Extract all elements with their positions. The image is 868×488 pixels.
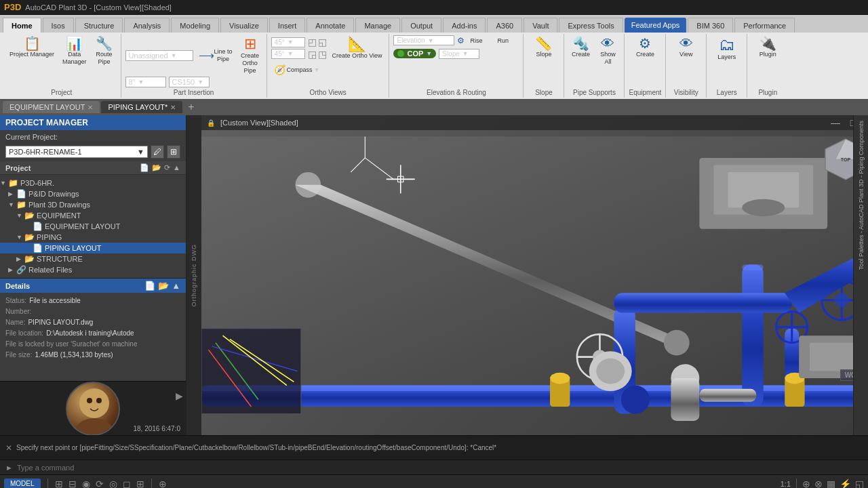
compass-btn[interactable]: 🧭 Compass ▼ bbox=[271, 64, 323, 76]
tree-item-root[interactable]: ▼ 📁 P3D-6HR. bbox=[0, 178, 186, 188]
tree-item-pid[interactable]: ▶ 📄 P&ID Drawings bbox=[0, 188, 186, 199]
tab-performance[interactable]: Performance bbox=[734, 18, 795, 33]
ortho-icon1[interactable]: ◰ bbox=[308, 37, 317, 47]
tab-addins[interactable]: Add-ins bbox=[443, 18, 486, 33]
route-pipe-btn[interactable]: 🔧 RoutePipe bbox=[92, 35, 117, 67]
command-input[interactable] bbox=[17, 464, 863, 472]
tree-toggle-plant3d[interactable]: ▼ bbox=[8, 201, 16, 208]
project-manager-btn[interactable]: 📋 Project Manager bbox=[7, 35, 57, 60]
tree-toggle-related[interactable]: ▶ bbox=[8, 266, 16, 273]
create-ortho-view-btn[interactable]: 📐 Create Ortho View bbox=[330, 35, 385, 61]
expand-panel-arrow[interactable]: ▶ bbox=[176, 390, 183, 401]
details-collapse-icon[interactable]: ▲ bbox=[172, 281, 180, 291]
clean-screen-icon[interactable]: ◱ bbox=[855, 479, 864, 488]
tree-refresh-icon[interactable]: ⟳ bbox=[164, 163, 170, 172]
tab-a360[interactable]: A360 bbox=[487, 18, 522, 33]
tree-item-equipment-folder[interactable]: ▼ 📂 EQUIPMENT bbox=[0, 210, 186, 221]
unassigned-dropdown[interactable]: Unassigned ▼ bbox=[125, 50, 193, 61]
tab-isos[interactable]: Isos bbox=[43, 18, 74, 33]
ortho-icon4[interactable]: ◳ bbox=[318, 49, 327, 60]
tab-vault[interactable]: Vault bbox=[524, 18, 557, 33]
pm-icon-btn1[interactable]: 🖊 bbox=[151, 145, 164, 159]
tree-toggle-pid[interactable]: ▶ bbox=[8, 190, 16, 197]
lineweight-icon[interactable]: ⊞ bbox=[136, 479, 144, 488]
tab-home[interactable]: Home bbox=[3, 18, 41, 33]
ortho-angle2-dropdown[interactable]: 45° ▼ bbox=[271, 49, 305, 59]
tree-item-related[interactable]: ▶ 🔗 Related Files bbox=[0, 264, 186, 275]
viewport[interactable]: 🔒 [Custom View][Shaded] — □ ✕ bbox=[201, 115, 868, 435]
details-new-icon[interactable]: 📄 bbox=[144, 281, 155, 291]
slope-type-dropdown[interactable]: Slope ▼ bbox=[439, 49, 479, 59]
customize-icon[interactable]: ⊕ bbox=[159, 479, 167, 488]
layers-btn[interactable]: 🗂 Layers bbox=[715, 35, 739, 62]
blue-pipe-upper bbox=[614, 293, 791, 313]
otrack-icon[interactable]: ◻ bbox=[123, 479, 131, 488]
hardware-accel-icon[interactable]: ⚡ bbox=[840, 479, 851, 488]
tree-collapse-icon[interactable]: ▲ bbox=[173, 163, 180, 172]
create-support-btn[interactable]: 🔩 Create bbox=[568, 35, 593, 60]
grid-display-icon[interactable]: ⊞ bbox=[55, 479, 63, 488]
tree-toggle-structure-folder[interactable]: ▶ bbox=[16, 256, 24, 262]
tab-analysis[interactable]: Analysis bbox=[124, 18, 170, 33]
slope-main-btn[interactable]: 📏 Slope bbox=[532, 35, 556, 60]
size-dropdown[interactable]: 8" ▼ bbox=[125, 77, 166, 87]
tab-modeling[interactable]: Modeling bbox=[171, 18, 219, 33]
polar-icon[interactable]: ⟳ bbox=[96, 479, 104, 488]
create-ortho-pipe-btn[interactable]: ⊞ CreateOrthoPipe bbox=[238, 35, 262, 75]
doc-tab-equipment-close[interactable]: ✕ bbox=[87, 104, 93, 111]
view-btn[interactable]: 👁 View bbox=[674, 35, 698, 60]
tree-toggle-root[interactable]: ▼ bbox=[0, 180, 8, 186]
elevation-settings-icon[interactable]: ⚙ bbox=[457, 36, 465, 45]
tab-manage[interactable]: Manage bbox=[355, 18, 400, 33]
plot-icon[interactable]: ⊕ bbox=[802, 479, 810, 488]
tab-express[interactable]: Express Tools bbox=[559, 18, 623, 33]
cop-btn[interactable]: COP ▼ bbox=[393, 49, 436, 58]
annotation-icon[interactable]: ⊗ bbox=[814, 479, 823, 488]
workspace-icon[interactable]: ▦ bbox=[827, 479, 835, 488]
model-tab-btn[interactable]: MODEL bbox=[4, 479, 41, 488]
osnap-icon[interactable]: ◎ bbox=[109, 479, 117, 488]
rise-btn[interactable]: Rise bbox=[467, 35, 492, 46]
pm-icon-btn2[interactable]: ⊞ bbox=[167, 145, 180, 159]
tree-item-equip-layout[interactable]: 📄 EQUIPMENT LAYOUT bbox=[0, 221, 186, 232]
ortho-icon2[interactable]: ◱ bbox=[318, 37, 327, 47]
plugin-btn[interactable]: 🔌 Plugin bbox=[755, 35, 780, 60]
elevation-dropdown[interactable]: Elevation ▼ bbox=[393, 35, 454, 45]
tab-featured-apps[interactable]: Featured Apps bbox=[625, 18, 687, 33]
ortho-icon[interactable]: ◉ bbox=[82, 479, 90, 488]
tab-bim360[interactable]: BIM 360 bbox=[688, 18, 733, 33]
viewport-minimize-btn[interactable]: — bbox=[829, 117, 842, 128]
tree-toggle-equipment-folder[interactable]: ▼ bbox=[16, 212, 24, 219]
tree-icon-plant3d: 📁 bbox=[16, 200, 27, 209]
add-doc-tab-btn[interactable]: + bbox=[184, 101, 198, 113]
tab-visualize[interactable]: Visualize bbox=[220, 18, 268, 33]
cs150-dropdown[interactable]: CS150 ▼ bbox=[169, 77, 210, 87]
tree-item-piping-layout[interactable]: 📄 PIPING LAYOUT bbox=[0, 243, 186, 253]
tree-item-piping-folder[interactable]: ▼ 📂 PIPING bbox=[0, 232, 186, 243]
ortho-angle1-dropdown[interactable]: 45° ▼ bbox=[271, 37, 305, 47]
command-close-btn[interactable]: ✕ bbox=[5, 443, 12, 453]
project-select-dropdown[interactable]: P3D-6HR-RENAME-1 ▼ bbox=[5, 146, 148, 158]
tree-new-icon[interactable]: 📄 bbox=[140, 163, 149, 172]
tree-toggle-piping-folder[interactable]: ▼ bbox=[16, 234, 24, 241]
line-to-pipe-btn[interactable]: ⟶ Line toPipe bbox=[196, 46, 235, 64]
tab-output[interactable]: Output bbox=[401, 18, 441, 33]
tree-item-plant3d[interactable]: ▼ 📁 Plant 3D Drawings bbox=[0, 199, 186, 210]
show-all-btn[interactable]: 👁 ShowAll bbox=[595, 35, 620, 67]
doc-tab-equipment-layout[interactable]: EQUIPMENT LAYOUT ✕ bbox=[3, 101, 100, 113]
svg-rect-15 bbox=[728, 172, 799, 207]
tab-structure[interactable]: Structure bbox=[75, 18, 123, 33]
tree-item-structure-folder[interactable]: ▶ 📂 STRUCTURE bbox=[0, 253, 186, 264]
tab-annotate[interactable]: Annotate bbox=[307, 18, 354, 33]
tab-insert[interactable]: Insert bbox=[269, 18, 306, 33]
data-manager-btn[interactable]: 📊 DataManager bbox=[60, 35, 90, 67]
snap-icon[interactable]: ⊟ bbox=[68, 479, 77, 488]
tree-open-icon[interactable]: 📂 bbox=[152, 163, 161, 172]
details-open-icon[interactable]: 📂 bbox=[158, 281, 169, 291]
run-btn[interactable]: Run bbox=[494, 35, 519, 46]
ortho-icon3[interactable]: ◲ bbox=[308, 49, 317, 60]
doc-tab-piping-close[interactable]: ✕ bbox=[170, 104, 176, 111]
tool-palettes-btn[interactable]: Tool Palettes - AutoCAD Plant 3D - Pipin… bbox=[856, 118, 866, 272]
create-equip-btn[interactable]: ⚙ Create bbox=[633, 35, 657, 60]
doc-tab-piping-layout[interactable]: PIPING LAYOUT* ✕ bbox=[101, 101, 182, 113]
